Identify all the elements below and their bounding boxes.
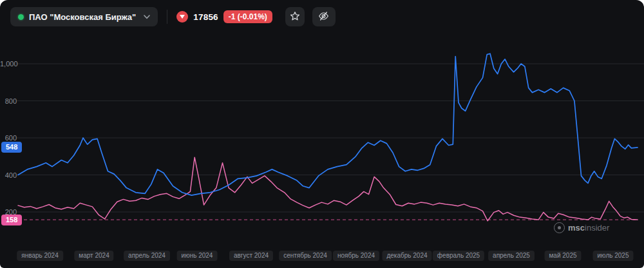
eye-off-icon [318,11,329,23]
toolbar: ПАО "Московская Биржа" 17856 -1 (-0.01%) [0,0,644,34]
favorite-button[interactable] [285,7,305,26]
hide-button[interactable] [312,7,336,26]
star-icon [290,11,300,23]
quote-group: 17856 -1 (-0.01%) [176,10,272,23]
status-dot-icon [18,14,24,20]
trading-chart-app: mscinsider 1,000800600400200548158январь… [0,0,644,268]
quote-change-badge: -1 (-0.01%) [223,10,272,23]
arrow-down-icon [176,11,188,23]
quote-value: 17856 [193,12,218,22]
toolbar-divider [167,10,167,24]
chevron-down-icon [144,15,150,19]
instrument-name: ПАО "Московская Биржа" [29,12,136,22]
chart-canvas[interactable]: mscinsider 1,000800600400200548158январь… [0,0,644,268]
instrument-selector[interactable]: ПАО "Московская Биржа" [10,7,158,26]
price-chart[interactable] [0,0,644,268]
